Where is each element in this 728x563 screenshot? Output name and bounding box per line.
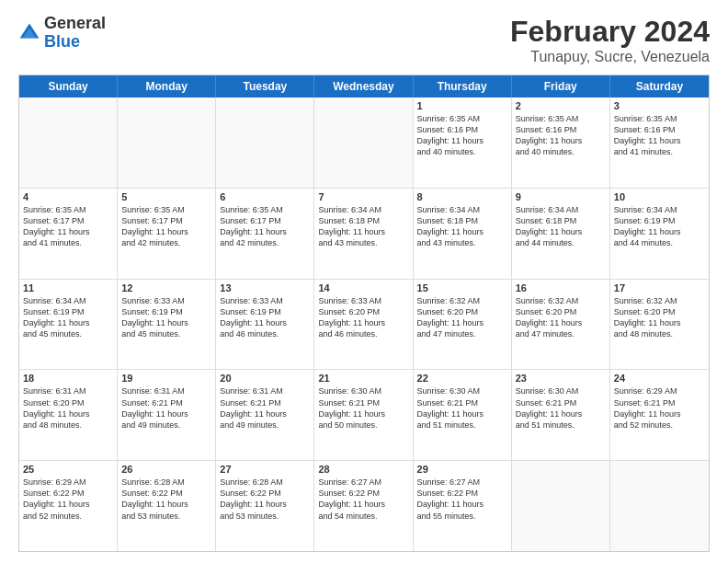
day-number: 16 bbox=[516, 282, 606, 293]
calendar-cell: 27Sunrise: 6:28 AM Sunset: 6:22 PM Dayli… bbox=[216, 461, 314, 551]
cell-info: Sunrise: 6:35 AM Sunset: 6:16 PM Dayligh… bbox=[516, 113, 606, 158]
header: General Blue February 2024 Tunapuy, Sucr… bbox=[18, 15, 710, 65]
day-number: 15 bbox=[417, 282, 507, 293]
cell-info: Sunrise: 6:35 AM Sunset: 6:17 PM Dayligh… bbox=[220, 204, 310, 249]
cell-info: Sunrise: 6:29 AM Sunset: 6:21 PM Dayligh… bbox=[614, 385, 705, 431]
calendar-cell: 10Sunrise: 6:34 AM Sunset: 6:19 PM Dayli… bbox=[610, 189, 709, 279]
calendar-row: 1Sunrise: 6:35 AM Sunset: 6:16 PM Daylig… bbox=[19, 98, 709, 189]
day-number: 24 bbox=[614, 373, 705, 384]
day-number: 2 bbox=[516, 100, 606, 111]
calendar-cell: 14Sunrise: 6:33 AM Sunset: 6:20 PM Dayli… bbox=[314, 280, 413, 370]
day-number: 19 bbox=[121, 373, 211, 384]
calendar-cell: 3Sunrise: 6:35 AM Sunset: 6:16 PM Daylig… bbox=[610, 98, 709, 188]
cell-info: Sunrise: 6:34 AM Sunset: 6:19 PM Dayligh… bbox=[614, 204, 705, 249]
logo-icon bbox=[18, 22, 40, 44]
calendar-cell: 20Sunrise: 6:31 AM Sunset: 6:21 PM Dayli… bbox=[216, 370, 314, 460]
cell-info: Sunrise: 6:30 AM Sunset: 6:21 PM Dayligh… bbox=[516, 385, 606, 431]
cell-info: Sunrise: 6:34 AM Sunset: 6:18 PM Dayligh… bbox=[318, 204, 408, 249]
cell-info: Sunrise: 6:32 AM Sunset: 6:20 PM Dayligh… bbox=[614, 295, 705, 340]
calendar-cell: 22Sunrise: 6:30 AM Sunset: 6:21 PM Dayli… bbox=[414, 370, 512, 460]
cell-info: Sunrise: 6:28 AM Sunset: 6:22 PM Dayligh… bbox=[220, 477, 310, 522]
logo: General Blue bbox=[18, 15, 106, 52]
title-block: February 2024 Tunapuy, Sucre, Venezuela bbox=[510, 15, 710, 65]
calendar-cell: 28Sunrise: 6:27 AM Sunset: 6:22 PM Dayli… bbox=[314, 461, 413, 551]
day-number: 9 bbox=[516, 191, 606, 202]
day-number: 14 bbox=[318, 282, 408, 293]
cell-info: Sunrise: 6:27 AM Sunset: 6:22 PM Dayligh… bbox=[417, 477, 507, 522]
cell-info: Sunrise: 6:35 AM Sunset: 6:16 PM Dayligh… bbox=[417, 113, 507, 158]
day-number: 18 bbox=[23, 373, 113, 384]
day-number: 5 bbox=[121, 191, 211, 202]
cell-info: Sunrise: 6:31 AM Sunset: 6:21 PM Dayligh… bbox=[121, 385, 211, 431]
day-number: 3 bbox=[614, 100, 705, 111]
calendar-cell bbox=[216, 98, 314, 188]
page: General Blue February 2024 Tunapuy, Sucr… bbox=[0, 0, 728, 563]
day-number: 27 bbox=[220, 464, 310, 475]
cell-info: Sunrise: 6:34 AM Sunset: 6:19 PM Dayligh… bbox=[23, 295, 113, 340]
calendar-cell: 15Sunrise: 6:32 AM Sunset: 6:20 PM Dayli… bbox=[414, 280, 512, 370]
calendar-row: 11Sunrise: 6:34 AM Sunset: 6:19 PM Dayli… bbox=[19, 280, 709, 371]
cell-info: Sunrise: 6:29 AM Sunset: 6:22 PM Dayligh… bbox=[23, 477, 113, 522]
day-number: 29 bbox=[417, 464, 507, 475]
cell-info: Sunrise: 6:27 AM Sunset: 6:22 PM Dayligh… bbox=[318, 477, 408, 522]
day-number: 25 bbox=[23, 464, 113, 475]
calendar-cell bbox=[314, 98, 413, 188]
calendar-cell: 9Sunrise: 6:34 AM Sunset: 6:18 PM Daylig… bbox=[512, 189, 610, 279]
calendar-cell: 5Sunrise: 6:35 AM Sunset: 6:17 PM Daylig… bbox=[118, 189, 216, 279]
calendar-cell: 11Sunrise: 6:34 AM Sunset: 6:19 PM Dayli… bbox=[19, 280, 118, 370]
cell-info: Sunrise: 6:32 AM Sunset: 6:20 PM Dayligh… bbox=[516, 295, 606, 340]
subtitle: Tunapuy, Sucre, Venezuela bbox=[510, 49, 710, 65]
calendar-header-day: Friday bbox=[512, 75, 610, 98]
calendar-cell: 23Sunrise: 6:30 AM Sunset: 6:21 PM Dayli… bbox=[512, 370, 610, 460]
cell-info: Sunrise: 6:33 AM Sunset: 6:19 PM Dayligh… bbox=[220, 295, 310, 340]
cell-info: Sunrise: 6:30 AM Sunset: 6:21 PM Dayligh… bbox=[318, 385, 408, 431]
day-number: 22 bbox=[417, 373, 507, 384]
day-number: 8 bbox=[417, 191, 507, 202]
cell-info: Sunrise: 6:35 AM Sunset: 6:17 PM Dayligh… bbox=[23, 204, 113, 249]
day-number: 7 bbox=[318, 191, 408, 202]
day-number: 13 bbox=[220, 282, 310, 293]
calendar-header-day: Monday bbox=[118, 75, 216, 98]
day-number: 17 bbox=[614, 282, 705, 293]
calendar-cell: 1Sunrise: 6:35 AM Sunset: 6:16 PM Daylig… bbox=[414, 98, 512, 188]
day-number: 6 bbox=[220, 191, 310, 202]
calendar-cell: 18Sunrise: 6:31 AM Sunset: 6:20 PM Dayli… bbox=[19, 370, 118, 460]
calendar-cell: 26Sunrise: 6:28 AM Sunset: 6:22 PM Dayli… bbox=[118, 461, 216, 551]
calendar: SundayMondayTuesdayWednesdayThursdayFrid… bbox=[18, 75, 710, 552]
calendar-cell: 16Sunrise: 6:32 AM Sunset: 6:20 PM Dayli… bbox=[512, 280, 610, 370]
calendar-cell: 25Sunrise: 6:29 AM Sunset: 6:22 PM Dayli… bbox=[19, 461, 118, 551]
day-number: 4 bbox=[23, 191, 113, 202]
main-title: February 2024 bbox=[510, 15, 710, 49]
cell-info: Sunrise: 6:34 AM Sunset: 6:18 PM Dayligh… bbox=[516, 204, 606, 249]
calendar-header: SundayMondayTuesdayWednesdayThursdayFrid… bbox=[19, 75, 709, 98]
cell-info: Sunrise: 6:32 AM Sunset: 6:20 PM Dayligh… bbox=[417, 295, 507, 340]
calendar-cell: 13Sunrise: 6:33 AM Sunset: 6:19 PM Dayli… bbox=[216, 280, 314, 370]
logo-general-text: General bbox=[44, 14, 106, 32]
cell-info: Sunrise: 6:30 AM Sunset: 6:21 PM Dayligh… bbox=[417, 385, 507, 431]
day-number: 20 bbox=[220, 373, 310, 384]
calendar-cell: 21Sunrise: 6:30 AM Sunset: 6:21 PM Dayli… bbox=[314, 370, 413, 460]
day-number: 11 bbox=[23, 282, 113, 293]
calendar-cell: 2Sunrise: 6:35 AM Sunset: 6:16 PM Daylig… bbox=[512, 98, 610, 188]
day-number: 26 bbox=[121, 464, 211, 475]
calendar-cell: 24Sunrise: 6:29 AM Sunset: 6:21 PM Dayli… bbox=[610, 370, 709, 460]
calendar-header-day: Wednesday bbox=[314, 75, 413, 98]
calendar-cell bbox=[118, 98, 216, 188]
logo-blue-text: Blue bbox=[44, 32, 80, 51]
cell-info: Sunrise: 6:33 AM Sunset: 6:20 PM Dayligh… bbox=[318, 295, 408, 340]
calendar-row: 25Sunrise: 6:29 AM Sunset: 6:22 PM Dayli… bbox=[19, 461, 709, 551]
day-number: 21 bbox=[318, 373, 408, 384]
day-number: 1 bbox=[417, 100, 507, 111]
day-number: 10 bbox=[614, 191, 705, 202]
cell-info: Sunrise: 6:35 AM Sunset: 6:16 PM Dayligh… bbox=[614, 113, 705, 158]
calendar-header-day: Thursday bbox=[414, 75, 512, 98]
calendar-cell: 19Sunrise: 6:31 AM Sunset: 6:21 PM Dayli… bbox=[118, 370, 216, 460]
cell-info: Sunrise: 6:35 AM Sunset: 6:17 PM Dayligh… bbox=[121, 204, 211, 249]
calendar-cell: 29Sunrise: 6:27 AM Sunset: 6:22 PM Dayli… bbox=[414, 461, 512, 551]
calendar-cell bbox=[512, 461, 610, 551]
calendar-cell bbox=[19, 98, 118, 188]
calendar-cell: 12Sunrise: 6:33 AM Sunset: 6:19 PM Dayli… bbox=[118, 280, 216, 370]
day-number: 28 bbox=[318, 464, 408, 475]
calendar-cell: 6Sunrise: 6:35 AM Sunset: 6:17 PM Daylig… bbox=[216, 189, 314, 279]
calendar-header-day: Sunday bbox=[19, 75, 118, 98]
